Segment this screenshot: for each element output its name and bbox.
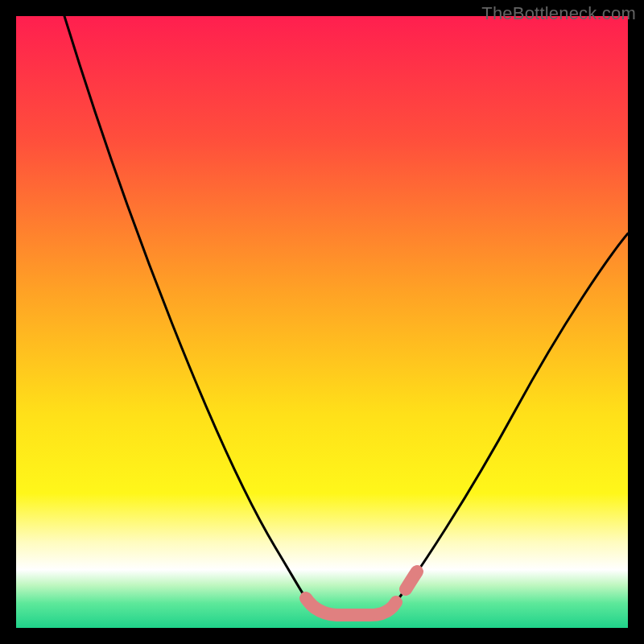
chart-frame: TheBottleneck.com: [0, 0, 644, 644]
gradient-background: [16, 16, 628, 628]
watermark-text: TheBottleneck.com: [481, 3, 636, 24]
bottleneck-chart: [16, 16, 628, 628]
